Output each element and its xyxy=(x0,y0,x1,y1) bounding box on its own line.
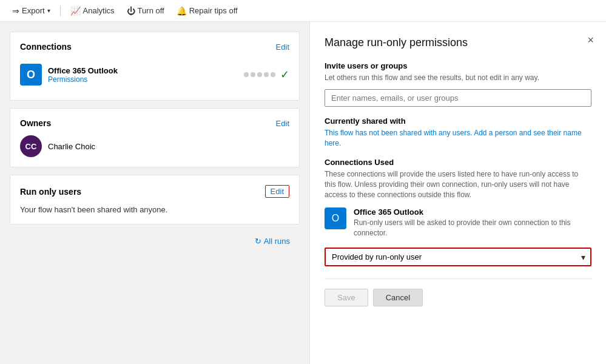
repairtips-button[interactable]: 🔔 Repair tips off xyxy=(172,4,243,18)
runonly-dropdown[interactable]: Provided by run-only user Use this conne… xyxy=(325,248,591,266)
turnoff-label: Turn off xyxy=(138,6,164,15)
conn-right: ✓ xyxy=(244,68,289,81)
conn-used-name: Office 365 Outlook xyxy=(354,207,591,217)
export-button[interactable]: ⇒ Export ▾ xyxy=(7,4,55,18)
outlook-icon: O xyxy=(20,64,42,86)
panel-title: Manage run-only permissions xyxy=(325,36,591,49)
connections-card-header: Connections Edit xyxy=(20,42,289,52)
runonly-card-header: Run only users Edit xyxy=(20,185,289,198)
left-panel: Connections Edit O Office 365 Outlook Pe… xyxy=(0,22,309,364)
main-area: Connections Edit O Office 365 Outlook Pe… xyxy=(0,22,606,364)
conn-used-info: Office 365 Outlook Run-only users will b… xyxy=(354,207,591,238)
shared-section: Currently shared with This flow has not … xyxy=(325,116,591,149)
conn-used-icon: O xyxy=(325,207,346,229)
owner-name: Charlie Choic xyxy=(48,142,95,151)
connections-edit-button[interactable]: Edit xyxy=(276,42,289,52)
shared-link: with xyxy=(423,129,436,137)
owners-card-header: Owners Edit xyxy=(20,118,289,128)
dot3 xyxy=(257,72,262,77)
runonly-empty-text: Your flow hasn't been shared with anyone… xyxy=(20,205,289,214)
owners-title: Owners xyxy=(20,118,51,128)
invite-title: Invite users or groups xyxy=(325,61,591,70)
analytics-label: Analytics xyxy=(83,6,115,15)
analytics-icon: 📈 xyxy=(70,6,81,16)
save-button[interactable]: Save xyxy=(325,289,368,306)
conn-info: Office 365 Outlook Permissions xyxy=(48,66,118,84)
analytics-button[interactable]: 📈 Analytics xyxy=(66,4,120,18)
shared-title: Currently shared with xyxy=(325,116,591,126)
runonly-card: Run only users Edit Your flow hasn't bee… xyxy=(10,175,300,224)
all-runs-row: ↻ All runs xyxy=(10,232,300,248)
conn-permissions-link[interactable]: Permissions xyxy=(48,75,118,84)
all-runs-label: All runs xyxy=(264,237,290,246)
close-button[interactable]: × xyxy=(587,34,594,47)
runonly-title: Run only users xyxy=(20,187,81,197)
conn-name: Office 365 Outlook xyxy=(48,66,118,75)
conn-used-item: O Office 365 Outlook Run-only users will… xyxy=(325,207,591,238)
invite-section: Invite users or groups Let others run th… xyxy=(325,61,591,107)
shared-desc-before: This flow has not been shared xyxy=(325,129,423,137)
power-icon: ⏻ xyxy=(127,6,135,16)
connections-used-title: Connections Used xyxy=(325,158,591,167)
bell-icon: 🔔 xyxy=(177,6,187,16)
export-icon: ⇒ xyxy=(12,6,19,16)
dot1 xyxy=(244,72,249,77)
connection-item: O Office 365 Outlook Permissions ✓ xyxy=(20,59,289,90)
invite-input[interactable] xyxy=(325,89,591,107)
all-runs-button[interactable]: ↻ All runs xyxy=(255,237,290,246)
dot5 xyxy=(271,72,275,77)
dropdown-wrapper: Provided by run-only user Use this conne… xyxy=(325,248,591,266)
dot2 xyxy=(251,72,255,77)
export-label: Export xyxy=(22,6,45,15)
dot4 xyxy=(264,72,269,77)
connections-used-section: Connections Used These connections will … xyxy=(325,158,591,238)
owner-item: CC Charlie Choic xyxy=(20,135,289,157)
shared-desc: This flow has not been shared with any u… xyxy=(325,128,591,149)
toolbar: ⇒ Export ▾ 📈 Analytics ⏻ Turn off 🔔 Repa… xyxy=(0,0,606,22)
check-icon: ✓ xyxy=(280,68,289,81)
invite-desc: Let others run this flow and see the res… xyxy=(325,73,591,83)
panel-footer: Save Cancel xyxy=(325,289,591,306)
separator xyxy=(60,5,61,16)
owners-edit-button[interactable]: Edit xyxy=(276,119,289,128)
refresh-icon: ↻ xyxy=(255,237,261,246)
owners-card: Owners Edit CC Charlie Choic xyxy=(10,108,300,167)
conn-used-desc2: Run-only users will be asked to provide … xyxy=(354,218,591,238)
runonly-edit-button[interactable]: Edit xyxy=(265,185,289,198)
turnoff-button[interactable]: ⏻ Turn off xyxy=(122,4,169,18)
repairtips-label: Repair tips off xyxy=(189,6,238,15)
right-panel: Manage run-only permissions × Invite use… xyxy=(309,22,606,364)
avatar: CC xyxy=(20,135,42,157)
connections-card: Connections Edit O Office 365 Outlook Pe… xyxy=(10,32,300,101)
dropdown-row: Provided by run-only user Use this conne… xyxy=(325,248,591,266)
cancel-button[interactable]: Cancel xyxy=(373,289,423,306)
conn-dots xyxy=(244,72,275,77)
connections-title: Connections xyxy=(20,42,72,52)
chevron-down-icon: ▾ xyxy=(47,7,50,14)
connections-used-desc: These connections will provide the users… xyxy=(325,169,591,200)
divider xyxy=(325,278,591,279)
